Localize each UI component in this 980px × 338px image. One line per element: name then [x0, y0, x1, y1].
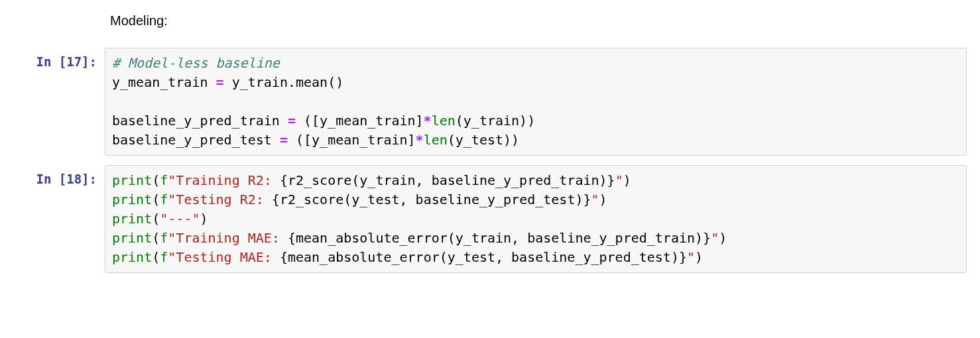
code-cell-18[interactable]: In [18]: print(f"Training R2: {r2_score(…	[0, 162, 980, 276]
code-token-builtin: print	[112, 192, 152, 207]
code-token: y_train.mean()	[224, 74, 344, 90]
code-token-builtin: print	[112, 211, 152, 227]
code-cell-17[interactable]: In [17]: # Model-less baseline y_mean_tr…	[0, 45, 980, 158]
code-token: )	[695, 249, 703, 265]
notebook-container: Modeling: In [17]: # Model-less baseline…	[0, 7, 980, 276]
code-input-area[interactable]: print(f"Training R2: {r2_score(y_train, …	[105, 165, 967, 273]
code-token-string: "	[711, 230, 719, 246]
code-token-operator: =	[288, 113, 296, 129]
code-token-operator: *	[416, 132, 424, 148]
code-token-string: "Testing R2:	[168, 192, 272, 207]
code-token-string: "Training MAE:	[168, 230, 288, 246]
code-token-builtin: print	[112, 172, 152, 188]
code-token: baseline_y_pred_train	[112, 113, 288, 129]
markdown-cell-modeling: Modeling:	[105, 7, 980, 34]
code-token: ([y_mean_train]	[288, 132, 416, 148]
code-token: )	[200, 211, 208, 227]
code-token-operator: =	[216, 74, 224, 90]
code-token-string: "	[591, 192, 599, 207]
markdown-text: Modeling:	[110, 13, 168, 28]
code-token-interp: {r2_score(y_train, baseline_y_pred_train…	[280, 172, 615, 188]
code-token-string: "Testing MAE:	[168, 249, 280, 265]
code-token: (y_test))	[448, 132, 519, 148]
input-prompt: In [17]:	[0, 48, 105, 156]
code-token: (	[152, 192, 160, 207]
code-token: )	[599, 192, 607, 207]
code-token-fprefix: f	[160, 249, 168, 265]
code-token: (y_train))	[456, 113, 535, 129]
code-token-builtin: len	[432, 113, 456, 129]
code-token-string: "	[687, 249, 695, 265]
code-token-interp: {mean_absolute_error(y_train, baseline_y…	[288, 230, 711, 246]
code-token: )	[623, 172, 631, 188]
code-token-operator: *	[424, 113, 432, 129]
code-token-fprefix: f	[160, 172, 168, 188]
code-token-operator: =	[280, 132, 288, 148]
code-token-fprefix: f	[160, 192, 168, 207]
code-token-string: "	[615, 172, 623, 188]
code-token: baseline_y_pred_test	[112, 132, 280, 148]
code-token-interp: {r2_score(y_test, baseline_y_pred_test)}	[272, 192, 591, 207]
code-token-builtin: print	[112, 249, 152, 265]
code-token: )	[719, 230, 727, 246]
code-token-interp: {mean_absolute_error(y_test, baseline_y_…	[280, 249, 687, 265]
code-token: (	[152, 172, 160, 188]
code-token-comment: # Model-less baseline	[112, 55, 280, 71]
code-token: y_mean_train	[112, 74, 216, 90]
code-token-string: "---"	[160, 211, 200, 227]
code-token-fprefix: f	[160, 230, 168, 246]
code-token-builtin: len	[424, 132, 448, 148]
code-token: ([y_mean_train]	[296, 113, 424, 129]
input-prompt: In [18]:	[0, 165, 105, 273]
code-token: (	[152, 211, 160, 227]
code-token: (	[152, 230, 160, 246]
code-token-string: "Training R2:	[168, 172, 280, 188]
code-token: (	[152, 249, 160, 265]
code-token-builtin: print	[112, 230, 152, 246]
code-input-area[interactable]: # Model-less baseline y_mean_train = y_t…	[105, 48, 967, 156]
